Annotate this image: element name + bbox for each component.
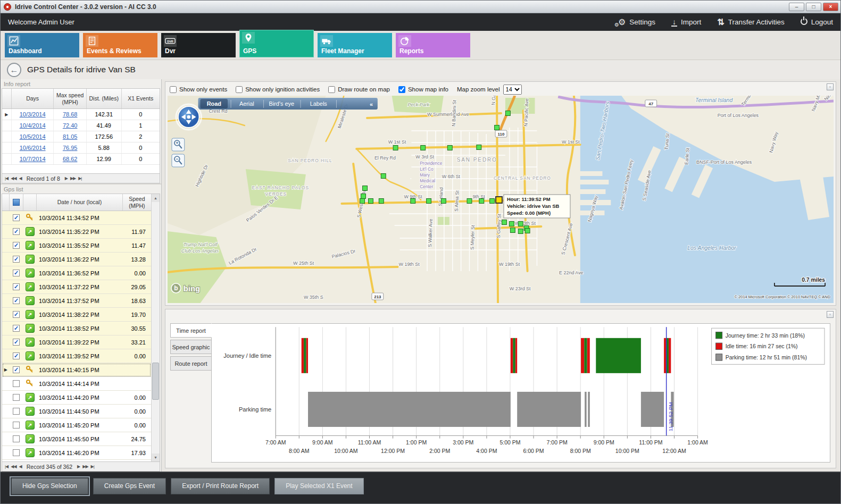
table-row[interactable]: ▶10/3/201478.68142.310 <box>2 109 160 120</box>
import-button[interactable]: ↓Import <box>671 18 701 27</box>
max-speed-link[interactable]: 72.40 <box>63 122 78 129</box>
map-style-road[interactable]: Road <box>207 100 221 107</box>
gps-list-row[interactable]: ✓↗10/3/2014 11:38:22 PM19.70 <box>2 308 151 322</box>
tab-reports[interactable]: Reports <box>396 33 470 57</box>
scroll-down-icon[interactable]: ▼ <box>152 453 160 461</box>
collapse-map-bar-button[interactable]: « <box>370 101 373 107</box>
gps-route-marker[interactable] <box>441 199 446 204</box>
table-row[interactable]: 10/4/201472.4041.491 <box>2 120 160 131</box>
prev-page-button[interactable]: ◀◀ <box>11 464 16 469</box>
gps-route-marker[interactable] <box>518 222 523 226</box>
show-only-ignition-option[interactable]: Show only ignition activities <box>236 86 320 93</box>
transfer-activities-button[interactable]: ⇅Transfer Activities <box>717 18 784 27</box>
back-button[interactable]: ← <box>7 63 21 77</box>
gps-route-marker[interactable] <box>477 145 481 150</box>
first-record-button[interactable]: |◀ <box>5 464 8 469</box>
row-checkbox[interactable]: ✓ <box>13 256 20 263</box>
gps-list-row[interactable]: ↗10/3/2014 11:45:50 PM24.75 <box>2 432 151 446</box>
gps-list-row[interactable]: ✓10/3/2014 11:34:52 PM <box>2 211 151 225</box>
collapse-map-panel-button[interactable]: ▫ <box>827 83 834 90</box>
gps-route-marker[interactable] <box>510 228 515 233</box>
gps-list-row[interactable]: ✓↗10/3/2014 11:36:22 PM13.28 <box>2 253 151 266</box>
gps-list-row[interactable]: ↗10/3/2014 11:44:20 PM0.00 <box>2 391 151 405</box>
gps-route-marker[interactable] <box>363 186 368 191</box>
row-checkbox[interactable] <box>13 380 20 387</box>
row-checkbox[interactable] <box>13 435 20 442</box>
show-map-info-option[interactable]: Show map info <box>398 86 448 93</box>
gps-header-datetime[interactable]: Date / hour (local) <box>37 194 123 211</box>
map-zoom-out-button[interactable]: − <box>172 154 185 167</box>
show-only-ignition-checkbox[interactable] <box>236 86 243 93</box>
map-compass-control[interactable] <box>176 104 202 130</box>
gps-list-row[interactable]: ✓↗10/3/2014 11:35:22 PM11.97 <box>2 225 151 239</box>
row-checkbox[interactable]: ✓ <box>13 311 20 318</box>
scroll-up-icon[interactable]: ▲ <box>152 194 160 202</box>
map-style-bird-s-eye[interactable]: Bird's eye <box>269 100 294 107</box>
day-link[interactable]: 10/4/2014 <box>20 122 46 129</box>
show-map-info-checkbox[interactable] <box>398 86 405 93</box>
draw-route-checkbox[interactable] <box>328 86 335 93</box>
row-checkbox[interactable]: ✓ <box>13 325 20 332</box>
table-row[interactable]: 10/7/201468.6212.990 <box>2 154 160 165</box>
show-only-events-option[interactable]: Show only events <box>170 86 227 93</box>
gps-route-marker[interactable] <box>495 125 499 130</box>
collapse-time-panel-button[interactable]: ▫ <box>827 311 834 318</box>
gps-list-row[interactable]: ↗10/3/2014 11:44:50 PM0.00 <box>2 405 151 418</box>
gps-route-marker[interactable] <box>509 222 514 226</box>
next-page-button[interactable]: ▶▶ <box>70 176 76 181</box>
info-column-header[interactable]: Days <box>12 89 54 108</box>
gps-list-row[interactable]: ✓↗10/3/2014 11:37:52 PM18.63 <box>2 294 151 308</box>
gps-list-scrollbar[interactable]: ▲ ▼ <box>151 194 160 461</box>
row-checkbox[interactable]: ✓ <box>13 352 20 359</box>
map-style-labels[interactable]: Labels <box>310 100 328 107</box>
gps-route-marker[interactable] <box>360 199 365 204</box>
close-button[interactable]: × <box>823 3 838 11</box>
day-link[interactable]: 10/7/2014 <box>20 156 46 162</box>
row-checkbox[interactable] <box>13 394 20 401</box>
map-canvas[interactable]: Crest RdPeck ParkW Summerland AveMirales… <box>168 96 834 303</box>
map-zoom-select[interactable]: 14 <box>503 85 522 95</box>
prev-record-button[interactable]: ◀ <box>19 176 22 181</box>
prev-page-button[interactable]: ◀◀ <box>11 176 16 181</box>
gps-header-speed[interactable]: Speed (MPH) <box>123 194 151 211</box>
row-checkbox[interactable] <box>13 408 20 415</box>
tab-dvr[interactable]: DVRDvr <box>161 33 236 57</box>
row-checkbox[interactable]: ✓ <box>13 214 20 221</box>
gps-route-marker[interactable] <box>427 199 431 204</box>
row-checkbox[interactable]: ✓ <box>13 242 20 249</box>
table-row[interactable]: 10/5/201481.05172.562 <box>2 131 160 142</box>
gps-route-marker[interactable] <box>368 199 373 204</box>
day-link[interactable]: 10/6/2014 <box>20 145 46 151</box>
row-checkbox[interactable]: ✓ <box>13 270 20 276</box>
prev-record-button[interactable]: ◀ <box>19 464 22 469</box>
tab-fleet-manager[interactable]: Fleet Manager <box>318 33 392 57</box>
maximize-button[interactable]: □ <box>806 3 821 11</box>
export-print-route-report-button[interactable]: Export / Print Route Report <box>171 478 270 494</box>
tab-time-report[interactable]: Time report <box>170 323 212 338</box>
last-record-button[interactable]: ▶| <box>78 176 81 181</box>
gps-route-marker[interactable] <box>490 199 495 204</box>
gps-route-marker[interactable] <box>393 146 398 150</box>
bing-map[interactable]: Crest RdPeck ParkW Summerland AveMirales… <box>168 96 834 303</box>
tab-gps[interactable]: GPS <box>239 30 314 57</box>
first-record-button[interactable]: |◀ <box>5 176 8 181</box>
info-column-header[interactable]: Dist. (Miles) <box>87 89 122 108</box>
gps-route-marker[interactable] <box>447 146 452 150</box>
next-record-button[interactable]: ▶ <box>77 464 80 469</box>
max-speed-link[interactable]: 76.95 <box>63 145 78 151</box>
draw-route-option[interactable]: Draw route on map <box>328 86 390 93</box>
row-checkbox[interactable]: ✓ <box>13 366 20 373</box>
gps-route-marker[interactable] <box>381 174 386 179</box>
tab-events-reviews[interactable]: Events & Reviews <box>83 33 157 57</box>
gps-list-row[interactable]: ✓↗10/3/2014 11:39:22 PM33.21 <box>2 335 151 349</box>
max-speed-link[interactable]: 78.68 <box>63 111 78 117</box>
gps-list-row[interactable]: ✓↗10/3/2014 11:36:52 PM0.00 <box>2 266 151 280</box>
tab-dashboard[interactable]: Dashboard <box>5 33 79 57</box>
map-zoom-in-button[interactable]: + <box>172 138 185 151</box>
row-checkbox[interactable] <box>13 422 20 429</box>
gps-route-marker[interactable] <box>421 146 426 150</box>
gps-route-marker[interactable] <box>505 111 510 116</box>
day-link[interactable]: 10/3/2014 <box>20 111 46 117</box>
next-record-button[interactable]: ▶ <box>65 176 68 181</box>
tab-route-report[interactable]: Route report <box>170 356 212 371</box>
